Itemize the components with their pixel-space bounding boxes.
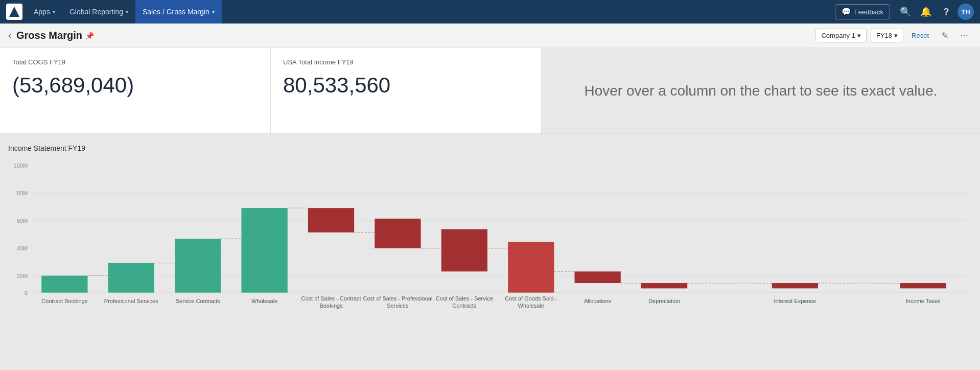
hover-hint-card: Hover over a column on the chart to see … [542,48,980,134]
svg-text:Wholesale: Wholesale [251,298,277,304]
bar-professional-services[interactable] [108,263,154,293]
svg-text:60M: 60M [17,218,28,224]
avatar-text: TH [961,8,970,16]
page-title: Gross Margin 📌 [16,30,94,41]
company-filter-chevron: ▾ [857,32,861,39]
svg-text:Interest Expense: Interest Expense [774,298,816,304]
nav-item-sales-gross-margin[interactable]: Sales / Gross Margin ▾ [135,0,222,24]
card1-value: (53,689,040) [12,73,258,98]
svg-text:Service Contracts: Service Contracts [176,298,220,304]
chart-title: Income Statement FY19 [8,144,972,152]
svg-text:Services: Services [387,302,409,308]
bar-service-contracts[interactable] [175,239,221,293]
edit-button[interactable]: ✎ [937,28,952,43]
usa-total-income-card: USA Total Income FY19 80,533,560 [271,48,542,134]
feedback-button[interactable]: 💬 Feedback [835,4,890,19]
svg-text:Allocations: Allocations [584,298,612,304]
svg-text:Cost of Sales - Professional: Cost of Sales - Professional [363,295,432,302]
bar-cos-contract-bookings[interactable] [308,208,354,233]
user-avatar[interactable]: TH [958,4,974,20]
nav-global-reporting-label: Global Reporting [69,8,123,16]
ellipsis-icon: ⋯ [960,31,968,40]
reset-button[interactable]: Reset [907,29,933,42]
svg-text:Contracts: Contracts [452,302,477,308]
top-nav: Apps ▾ Global Reporting ▾ Sales / Gross … [0,0,980,24]
bar-income-taxes[interactable] [900,283,946,288]
bar-cos-professional-services[interactable] [375,219,421,248]
company-filter-label: Company 1 [821,32,855,39]
nav-apps-chevron: ▾ [53,9,55,15]
feedback-icon: 💬 [842,7,851,16]
back-button[interactable]: ‹ [8,30,11,41]
svg-text:40M: 40M [17,245,28,251]
hover-hint-text: Hover over a column on the chart to see … [584,81,937,101]
bell-icon: 🔔 [920,6,931,17]
cards-area: Total COGS FY19 (53,689,040) USA Total I… [0,48,980,134]
fy-filter-label: FY18 [876,32,892,39]
bar-allocations[interactable] [575,271,621,283]
search-button[interactable]: 🔍 [896,3,915,21]
svg-text:Cost of Goods Sold -: Cost of Goods Sold - [505,295,557,302]
svg-text:Bookings: Bookings [319,302,343,308]
svg-text:Cost of Sales - Contract: Cost of Sales - Contract [301,295,362,302]
nav-right: 💬 Feedback 🔍 🔔 ? TH [835,3,974,21]
bar-wholesale[interactable] [241,208,287,293]
svg-text:20M: 20M [17,273,28,279]
nav-item-global-reporting[interactable]: Global Reporting ▾ [62,0,135,24]
back-arrow-icon: ‹ [8,30,11,41]
feedback-label: Feedback [854,8,883,16]
svg-text:Income Taxes: Income Taxes [906,298,941,304]
bar-cogs-wholesale[interactable] [508,242,554,292]
more-options-button[interactable]: ⋯ [956,28,972,43]
page-title-text: Gross Margin [16,30,82,41]
svg-text:Depreciation: Depreciation [648,298,680,304]
search-icon: 🔍 [900,6,911,17]
svg-text:0: 0 [25,290,28,296]
svg-text:80M: 80M [17,190,28,196]
nav-item-apps[interactable]: Apps ▾ [27,0,62,24]
help-icon: ? [944,7,949,17]
card2-title: USA Total Income FY19 [283,58,529,66]
svg-text:Contract Bookings: Contract Bookings [41,298,87,304]
help-button[interactable]: ? [937,3,955,21]
income-statement-chart: 100M 80M 60M 40M 20M 0 [8,160,972,314]
nav-apps-label: Apps [34,8,50,16]
chart-container[interactable]: 100M 80M 60M 40M 20M 0 [8,160,972,314]
bar-interest-expense[interactable] [772,283,818,288]
fy-filter-button[interactable]: FY18 ▾ [871,29,903,42]
chart-section: Income Statement FY19 100M 80M 60M 40M 2… [0,134,980,322]
total-cogs-card: Total COGS FY19 (53,689,040) [0,48,271,134]
bar-contract-bookings[interactable] [41,276,87,293]
fy-filter-chevron: ▾ [894,32,898,39]
nav-breadcrumb-label: Sales / Gross Margin [143,8,209,16]
sub-header: ‹ Gross Margin 📌 Company 1 ▾ FY18 ▾ Rese… [0,24,980,48]
nav-global-reporting-chevron: ▾ [126,9,128,15]
nav-breadcrumb-chevron: ▾ [212,9,215,15]
company-filter-button[interactable]: Company 1 ▾ [815,29,866,42]
svg-text:100M: 100M [14,163,28,169]
pin-icon[interactable]: 📌 [85,32,94,40]
card1-title: Total COGS FY19 [12,58,258,66]
card2-value: 80,533,560 [283,73,529,98]
edit-icon: ✎ [942,31,948,40]
notifications-button[interactable]: 🔔 [917,3,935,21]
sub-header-controls: Company 1 ▾ FY18 ▾ Reset ✎ ⋯ [815,28,972,43]
reset-label: Reset [912,32,929,39]
bar-cos-service-contracts[interactable] [441,229,487,271]
svg-text:Wholesale: Wholesale [518,302,544,308]
bar-depreciation[interactable] [641,283,687,288]
svg-text:Professional Services: Professional Services [104,298,158,304]
app-logo[interactable] [6,4,22,20]
svg-text:Cost of Sales - Service: Cost of Sales - Service [436,295,493,302]
